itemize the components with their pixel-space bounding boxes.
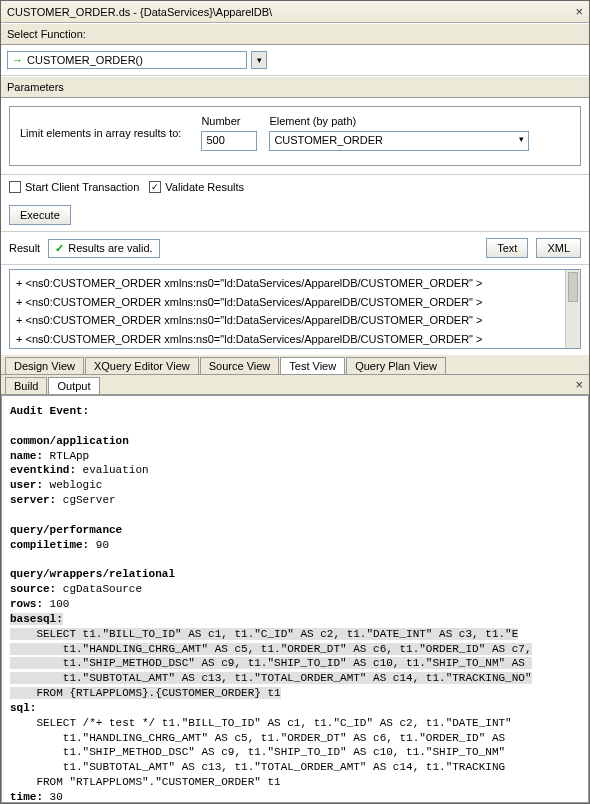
tab-test-view[interactable]: Test View — [280, 357, 345, 374]
number-input[interactable]: 500 — [201, 131, 257, 151]
function-dropdown-button[interactable]: ▾ — [251, 51, 267, 69]
function-dropdown[interactable]: → CUSTOMER_ORDER() — [7, 51, 247, 69]
text-button[interactable]: Text — [486, 238, 528, 258]
number-label: Number — [201, 115, 257, 127]
check-icon: ✓ — [55, 242, 64, 255]
view-tabs: Design View XQuery Editor View Source Vi… — [1, 355, 589, 375]
tab-build[interactable]: Build — [5, 377, 47, 394]
output-text: Audit Event: common/application name: RT… — [2, 396, 588, 803]
tab-query-plan-view[interactable]: Query Plan View — [346, 357, 446, 374]
result-label: Result — [9, 242, 40, 254]
tab-design-view[interactable]: Design View — [5, 357, 84, 374]
element-label: Element (by path) — [269, 115, 570, 127]
window-title: CUSTOMER_ORDER.ds - {DataServices}\Appar… — [7, 6, 272, 18]
execute-button[interactable]: Execute — [9, 205, 71, 225]
tab-xquery-editor-view[interactable]: XQuery Editor View — [85, 357, 199, 374]
function-icon: → — [12, 54, 23, 66]
start-transaction-checkbox[interactable]: Start Client Transaction — [9, 181, 139, 193]
tab-source-view[interactable]: Source View — [200, 357, 280, 374]
results-tree[interactable]: + <ns0:CUSTOMER_ORDER xmlns:ns0="ld:Data… — [9, 269, 581, 349]
limit-label: Limit elements in array results to: — [20, 127, 189, 139]
parameters-header: Parameters — [1, 76, 589, 98]
function-value: CUSTOMER_ORDER() — [27, 54, 143, 66]
result-row[interactable]: + <ns0:CUSTOMER_ORDER xmlns:ns0="ld:Data… — [16, 293, 574, 312]
title-bar: CUSTOMER_ORDER.ds - {DataServices}\Appar… — [1, 1, 589, 23]
validate-results-checkbox[interactable]: ✓ Validate Results — [149, 181, 244, 193]
tab-output[interactable]: Output — [48, 377, 99, 394]
element-dropdown[interactable]: CUSTOMER_ORDER ▾ — [269, 131, 529, 151]
close-icon[interactable]: × — [569, 375, 589, 394]
result-row[interactable]: + <ns0:CUSTOMER_ORDER xmlns:ns0="ld:Data… — [16, 311, 574, 330]
scrollbar[interactable] — [565, 270, 580, 348]
results-valid-badge: ✓ Results are valid. — [48, 239, 159, 258]
close-icon[interactable]: × — [575, 4, 583, 19]
checkbox-icon: ✓ — [149, 181, 161, 193]
result-row[interactable]: + <ns0:CUSTOMER_ORDER xmlns:ns0="ld:Data… — [16, 330, 574, 349]
output-pane[interactable]: Audit Event: common/application name: RT… — [1, 395, 589, 803]
chevron-down-icon: ▾ — [519, 134, 524, 148]
checkbox-icon — [9, 181, 21, 193]
select-function-header: Select Function: — [1, 23, 589, 45]
xml-button[interactable]: XML — [536, 238, 581, 258]
result-row[interactable]: + <ns0:CUSTOMER_ORDER xmlns:ns0="ld:Data… — [16, 274, 574, 293]
